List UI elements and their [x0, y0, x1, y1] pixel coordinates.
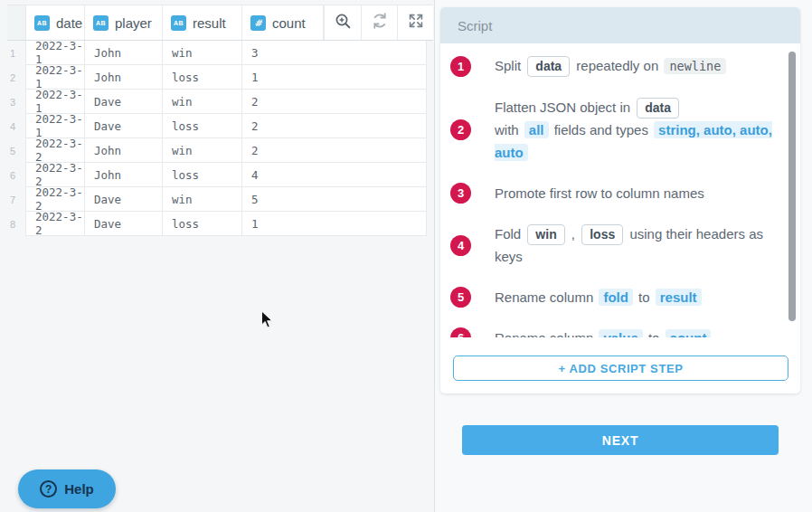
table-column-headers: AB date AB player AB result # count [25, 5, 324, 40]
step-text-segment: Rename column [495, 289, 597, 305]
table-cell: Dave [85, 187, 163, 212]
column-header-label: result [193, 15, 226, 31]
script-panel-header: Script [440, 7, 800, 43]
table-cell: 1 [242, 212, 427, 236]
zoom-in-icon [335, 13, 352, 33]
script-step[interactable]: 2 Flatten JSON object in datawith all fi… [449, 96, 777, 164]
step-text-segment: , [568, 226, 580, 242]
zoom-in-button[interactable] [324, 5, 361, 40]
row-number: 1 [7, 41, 25, 65]
table-cell: 2022-3-1 [25, 41, 85, 65]
step-number-badge: 3 [450, 183, 471, 204]
refresh-button[interactable] [361, 5, 397, 40]
table-cell: 2022-3-2 [25, 212, 85, 236]
script-pane: Script 1 Split data repeatedly on newlin… [435, 0, 812, 512]
step-param-chip[interactable]: data [527, 56, 570, 77]
script-step[interactable]: 5 Rename column fold to result [449, 286, 777, 308]
step-description: Split data repeatedly on newline [495, 54, 777, 78]
column-type-icon: # [250, 15, 266, 31]
script-step[interactable]: 4 Fold win , loss using their headers as… [449, 223, 777, 268]
table-cell: win [163, 187, 242, 212]
data-table-pane: AB date AB player AB result # count [0, 0, 435, 512]
step-text-segment: to [635, 289, 654, 305]
question-mark-icon: ? [40, 480, 57, 498]
step-number-badge: 6 [450, 327, 471, 337]
expand-button[interactable] [397, 5, 433, 40]
table-cell: 1 [242, 65, 427, 90]
table-cell: Dave [85, 212, 163, 236]
step-param-chip[interactable]: win [527, 224, 564, 245]
help-button-label: Help [64, 481, 94, 497]
column-header[interactable]: AB date [25, 5, 85, 40]
table-cell: Dave [85, 90, 163, 114]
column-type-icon: AB [93, 15, 109, 31]
column-header[interactable]: # count [242, 5, 324, 40]
table-cell: 2 [242, 90, 427, 114]
add-script-step-button[interactable]: + ADD SCRIPT STEP [453, 356, 788, 381]
step-param-chip[interactable]: count [666, 329, 712, 337]
step-text-segment: repeatedly on [572, 58, 662, 73]
refresh-icon [371, 12, 389, 33]
row-number: 7 [7, 187, 25, 212]
column-header-label: count [272, 15, 306, 31]
script-panel-title: Script [458, 18, 492, 33]
step-description: Fold win , loss using their headers as k… [495, 223, 777, 268]
table-row: 8 2022-3-2 Dave loss 1 [7, 212, 433, 236]
table-cell: Dave [85, 114, 163, 138]
script-panel: Script 1 Split data repeatedly on newlin… [440, 7, 800, 393]
next-button[interactable]: NEXT [462, 425, 779, 455]
table-body: 1 2022-3-1 John win 3 2 2022-3-1 John lo… [7, 41, 433, 236]
table-cell: John [85, 65, 163, 90]
step-param-chip[interactable]: fold [599, 289, 633, 306]
table-corner-cell [7, 5, 25, 40]
table-row: 3 2022-3-1 Dave win 2 [7, 90, 433, 114]
table-cell: John [85, 163, 163, 187]
table-row: 5 2022-3-2 John win 2 [7, 138, 433, 163]
table-cell: 2 [242, 138, 427, 163]
step-param-chip[interactable]: data [637, 98, 679, 119]
step-param-chip[interactable]: result [656, 289, 702, 306]
step-param-chip[interactable]: all [524, 121, 549, 138]
step-param-chip[interactable]: newline [664, 58, 726, 74]
table-cell: John [85, 138, 163, 163]
column-header[interactable]: AB player [85, 5, 163, 40]
script-step[interactable]: 1 Split data repeatedly on newline [449, 54, 777, 78]
help-button[interactable]: ? Help [18, 469, 116, 508]
script-scrollbar-thumb[interactable] [788, 52, 796, 321]
column-header-label: player [115, 15, 152, 31]
table-row: 6 2022-3-2 John loss 4 [7, 163, 433, 187]
table-cell: 5 [242, 187, 427, 212]
script-step[interactable]: 6 Rename column value to count [449, 327, 777, 337]
step-text-segment: Promote first row to column names [495, 185, 704, 201]
step-text-segment: Fold [495, 226, 524, 242]
column-header-label: date [56, 15, 82, 31]
step-number-badge: 4 [450, 235, 471, 256]
row-number: 4 [7, 114, 25, 138]
column-header[interactable]: AB result [163, 5, 242, 40]
row-number: 6 [7, 163, 25, 187]
table-cell: 2022-3-2 [25, 163, 85, 187]
step-description: Rename column fold to result [495, 286, 777, 308]
table-cell: 4 [242, 163, 427, 187]
step-text-segment: to [645, 330, 664, 337]
table-cell: 2022-3-1 [25, 114, 85, 138]
row-number: 8 [7, 212, 25, 236]
column-type-icon: AB [171, 15, 186, 31]
table-cell: 3 [242, 41, 427, 65]
step-param-chip[interactable]: value [599, 329, 642, 337]
script-step[interactable]: 3 Promote first row to column names [449, 182, 777, 204]
step-number-badge: 1 [450, 56, 471, 77]
expand-icon [408, 13, 424, 33]
step-number-badge: 2 [450, 119, 471, 140]
table-row: 1 2022-3-1 John win 3 [7, 41, 433, 65]
script-steps-list: 1 Split data repeatedly on newline 2 Fla… [440, 43, 800, 337]
table-cell: 2 [242, 114, 427, 138]
step-text-segment: Split [495, 58, 524, 73]
table-cell: John [85, 41, 163, 65]
table-cell: loss [163, 163, 242, 187]
step-text-segment: fields and types [551, 122, 653, 137]
table-cell: loss [163, 212, 242, 236]
step-description: Rename column value to count [495, 327, 777, 337]
step-param-chip[interactable]: loss [581, 224, 623, 245]
step-text-segment: Rename column [495, 330, 597, 337]
